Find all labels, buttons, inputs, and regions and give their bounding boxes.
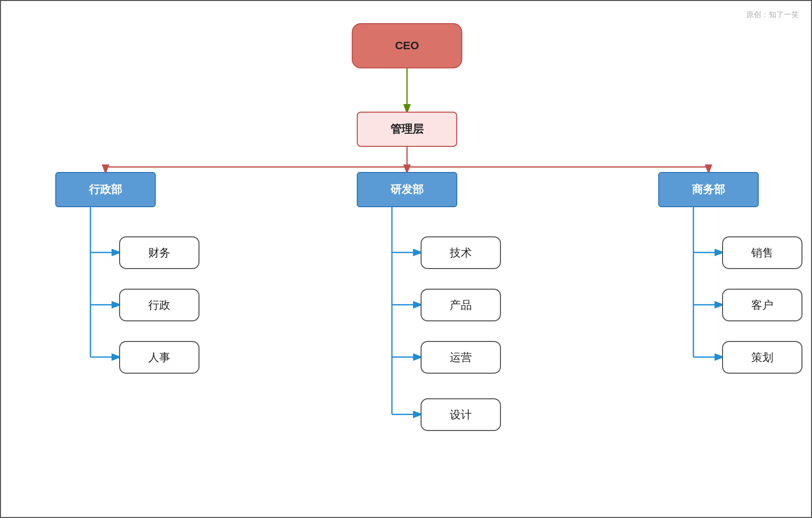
yunying-node: 运营 xyxy=(421,341,501,374)
chanpin-node: 产品 xyxy=(421,289,501,321)
watermark: 原创：知了一笑 xyxy=(746,10,799,20)
ceo-label: CEO xyxy=(395,39,419,52)
mgmt-label: 管理层 xyxy=(390,122,424,137)
caiwu-node: 财务 xyxy=(119,236,199,269)
sheji-node: 设计 xyxy=(421,398,501,431)
main-container: 原创：知了一笑 xyxy=(0,0,812,518)
kehu-node: 客户 xyxy=(722,289,802,321)
jishu-label: 技术 xyxy=(450,245,472,261)
renshi-label: 人事 xyxy=(148,350,170,365)
caiwu-label: 财务 xyxy=(148,245,170,261)
yanfa-dept-node: 研发部 xyxy=(357,172,457,207)
jishu-node: 技术 xyxy=(421,236,501,269)
ceo-node: CEO xyxy=(352,23,462,68)
xingzheng-sub-node: 行政 xyxy=(119,289,199,321)
xingzheng-dept-node: 行政部 xyxy=(55,172,156,207)
yanfa-dept-label: 研发部 xyxy=(390,182,424,197)
xingzheng-dept-label: 行政部 xyxy=(89,182,122,197)
xiaoshou-label: 销售 xyxy=(751,245,773,261)
chanpin-label: 产品 xyxy=(450,298,472,313)
cehua-label: 策划 xyxy=(751,350,773,365)
shangwu-dept-node: 商务部 xyxy=(658,172,759,207)
xiaoshou-node: 销售 xyxy=(722,236,802,269)
renshi-node: 人事 xyxy=(119,341,199,374)
sheji-label: 设计 xyxy=(450,407,472,422)
cehua-node: 策划 xyxy=(722,341,802,374)
xingzheng-sub-label: 行政 xyxy=(148,298,170,313)
shangwu-dept-label: 商务部 xyxy=(692,182,725,197)
kehu-label: 客户 xyxy=(751,298,773,313)
yunying-label: 运营 xyxy=(450,350,472,365)
mgmt-node: 管理层 xyxy=(357,112,457,147)
